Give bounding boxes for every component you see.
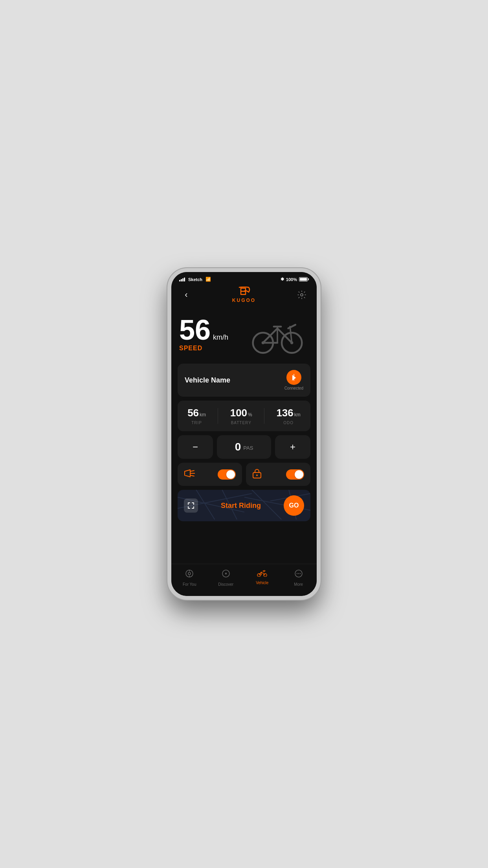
stats-card: 56 km TRIP 100 % BATTERY 136	[178, 401, 310, 431]
logo-svg	[238, 287, 250, 296]
pas-decrease-button[interactable]: −	[178, 435, 213, 459]
battery-icon	[299, 277, 309, 281]
speed-section: 56 km/h SPEED	[178, 310, 310, 357]
svg-line-37	[263, 570, 264, 571]
bluetooth-badge: Connected	[284, 370, 303, 390]
battery-tip	[308, 278, 309, 280]
signal-bar-1	[179, 280, 180, 281]
vehicle-name-label: Vehicle Name	[185, 376, 230, 384]
trip-label: TRIP	[191, 421, 202, 425]
trip-stat: 56 km TRIP	[187, 407, 206, 425]
battery-label: BATTERY	[231, 421, 251, 425]
speed-number: 56	[179, 316, 211, 344]
bluetooth-circle	[286, 370, 301, 385]
lights-toggle[interactable]	[218, 469, 236, 480]
expand-icon	[187, 502, 194, 509]
pas-control: − 0 PAS +	[178, 435, 310, 459]
status-left: Sketch 📶	[179, 277, 211, 282]
go-button[interactable]: GO	[284, 495, 304, 516]
battery-fill	[300, 278, 307, 281]
battery-unit: %	[248, 412, 252, 417]
settings-button[interactable]	[295, 288, 309, 302]
nav-item-for-you[interactable]: For You	[171, 567, 208, 588]
odo-stat: 136 km ODO	[276, 407, 300, 425]
gear-icon	[297, 290, 306, 300]
svg-point-39	[297, 573, 297, 574]
header: ‹ KUGOO	[171, 283, 317, 306]
bike-svg	[248, 312, 307, 355]
svg-point-28	[188, 572, 191, 575]
plus-icon: +	[290, 441, 295, 452]
svg-point-0	[301, 294, 303, 296]
svg-line-16	[190, 475, 194, 476]
pas-increase-button[interactable]: +	[275, 435, 310, 459]
expand-map-button[interactable]	[184, 498, 198, 513]
discover-label: Discover	[218, 582, 233, 587]
for-you-icon	[185, 569, 194, 581]
for-you-label: For You	[183, 582, 196, 587]
phone-inner: Sketch 📶 ✱ 100% ‹	[171, 272, 317, 596]
battery-percentage: 100%	[286, 277, 297, 282]
signal-bar-2	[181, 279, 182, 281]
trip-value: 56 km	[187, 407, 206, 419]
start-riding-label: Start Riding	[221, 502, 261, 510]
trip-unit: km	[200, 412, 206, 417]
svg-line-5	[263, 328, 277, 343]
svg-point-32	[225, 573, 226, 574]
nav-item-more[interactable]: More	[281, 567, 317, 588]
svg-point-40	[298, 573, 299, 574]
stat-divider-2	[264, 408, 264, 424]
lock-svg	[252, 468, 262, 478]
lock-icon	[252, 468, 262, 480]
pas-label: PAS	[243, 445, 253, 451]
more-label: More	[294, 582, 303, 587]
more-icon	[294, 569, 303, 581]
wifi-icon: 📶	[205, 277, 211, 282]
speed-info: 56 km/h SPEED	[179, 316, 228, 352]
lock-toggle[interactable]	[286, 469, 304, 480]
back-chevron-icon: ‹	[185, 290, 187, 300]
battery-number: 100	[230, 407, 247, 419]
bluetooth-icon	[291, 373, 297, 381]
back-button[interactable]: ‹	[179, 288, 193, 302]
logo-container: KUGOO	[232, 287, 256, 303]
headlight-svg	[184, 469, 195, 478]
lock-card	[246, 463, 310, 486]
nav-item-discover[interactable]: Discover	[208, 567, 244, 588]
main-content: 56 km/h SPEED	[171, 306, 317, 564]
lights-toggle-knob	[226, 470, 235, 479]
phone-frame: Sketch 📶 ✱ 100% ‹	[167, 268, 321, 600]
discover-icon	[221, 569, 231, 581]
odo-value: 136 km	[276, 407, 300, 419]
nav-item-vehicle[interactable]: Vehicle	[244, 567, 281, 588]
speed-value: 56 km/h	[179, 316, 228, 344]
logo-text: KUGOO	[232, 298, 256, 303]
pas-display: 0 PAS	[217, 435, 271, 459]
speed-unit: km/h	[213, 333, 228, 342]
vehicle-card: Vehicle Name Connected	[178, 364, 310, 397]
map-section: Start Riding GO	[178, 490, 310, 521]
bottom-nav: For You Discover	[171, 564, 317, 596]
bike-illustration	[246, 310, 309, 357]
svg-line-14	[190, 471, 194, 471]
go-label: GO	[289, 502, 299, 509]
battery-body	[299, 277, 308, 281]
stat-divider-1	[218, 408, 218, 424]
svg-point-31	[222, 570, 229, 577]
signal-bar-4	[184, 278, 185, 281]
svg-point-18	[256, 474, 258, 476]
vehicle-label: Vehicle	[256, 581, 268, 585]
svg-line-6	[277, 328, 292, 343]
toggle-controls	[178, 463, 310, 486]
battery-stat: 100 % BATTERY	[230, 407, 252, 425]
trip-number: 56	[187, 407, 199, 419]
notch	[220, 272, 268, 283]
svg-point-41	[300, 573, 301, 574]
headlight-icon	[184, 469, 195, 480]
signal-bars-icon	[179, 278, 185, 281]
carrier-name: Sketch	[188, 277, 202, 282]
pas-value: 0	[235, 441, 241, 453]
bluetooth-icon: ✱	[281, 277, 284, 282]
speed-label: SPEED	[179, 345, 228, 352]
odo-label: ODO	[283, 421, 294, 425]
